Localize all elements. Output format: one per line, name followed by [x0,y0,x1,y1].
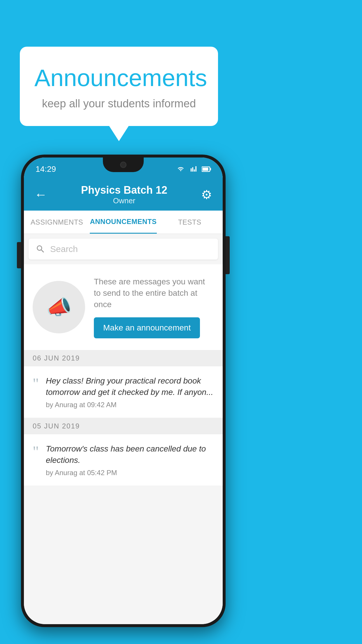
promo-icon-circle: 📣 [33,281,85,333]
announcement-item-2[interactable]: " Tomorrow's class has been cancelled du… [24,434,223,486]
megaphone-icon: 📣 [46,295,72,319]
tab-assignments[interactable]: ASSIGNMENTS [24,211,90,234]
phone-outer: 14:29 ← Physics Batch 12 Owner ⚙ [21,155,226,627]
app-header: ← Physics Batch 12 Owner ⚙ [24,178,223,211]
signal-icon [189,166,198,172]
settings-button[interactable]: ⚙ [201,188,212,202]
announcement-text-1: Hey class! Bring your practical record b… [46,375,214,409]
status-icons [176,166,211,172]
quote-icon-2: " [33,444,39,459]
promo-section: 📣 These are messages you want to send to… [24,264,223,350]
header-title-wrapper: Physics Batch 12 Owner [81,184,167,205]
date-separator-1: 06 JUN 2019 [24,350,223,366]
tab-announcements[interactable]: ANNOUNCEMENTS [90,211,157,234]
promo-content: These are messages you want to send to t… [94,276,214,338]
phone-notch [103,158,144,172]
search-icon [36,244,45,254]
tabs-container: ASSIGNMENTS ANNOUNCEMENTS TESTS [24,211,223,234]
tab-tests[interactable]: TESTS [157,211,223,234]
battery-icon [202,166,211,172]
header-subtitle: Owner [81,196,167,205]
announcement-author-1: by Anurag at 09:42 AM [46,401,214,409]
quote-icon-1: " [33,376,39,391]
wifi-icon [176,166,185,172]
header-title: Physics Batch 12 [81,184,167,196]
back-button[interactable]: ← [34,187,47,202]
speech-bubble-container: Announcements keep all your students inf… [20,47,218,126]
announcement-text-2: Tomorrow's class has been cancelled due … [46,443,214,477]
announcement-message-2: Tomorrow's class has been cancelled due … [46,443,214,466]
announcement-message-1: Hey class! Bring your practical record b… [46,375,214,398]
phone-screen: 14:29 ← Physics Batch 12 Owner ⚙ [24,158,223,624]
announcement-item-1[interactable]: " Hey class! Bring your practical record… [24,366,223,418]
svg-rect-1 [203,168,208,171]
make-announcement-button[interactable]: Make an announcement [94,317,200,338]
promo-description: These are messages you want to send to t… [94,276,214,310]
content-area: Search 📣 These are messages you want to … [24,234,223,624]
search-bar[interactable]: Search [29,239,218,260]
speech-bubble: Announcements keep all your students inf… [20,47,218,126]
status-time: 14:29 [36,164,56,174]
speech-bubble-title: Announcements [34,64,203,92]
svg-rect-2 [210,168,211,170]
announcement-author-2: by Anurag at 05:42 PM [46,469,214,477]
date-separator-2: 05 JUN 2019 [24,418,223,434]
phone-wrapper: 14:29 ← Physics Batch 12 Owner ⚙ [21,155,226,627]
speech-bubble-subtitle: keep all your students informed [34,97,203,110]
front-camera [120,162,126,168]
search-placeholder: Search [50,244,78,254]
